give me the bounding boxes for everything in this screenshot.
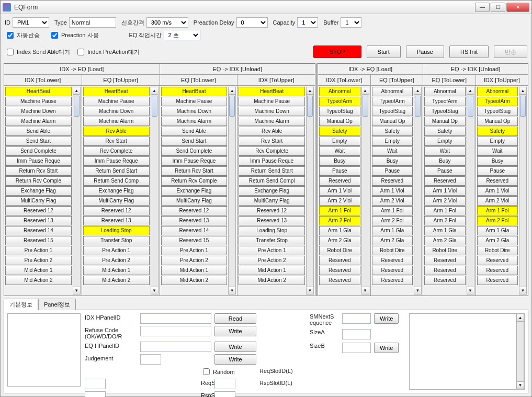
signal-button[interactable]: Pause [319, 166, 360, 176]
scroll-up-icon[interactable]: ▲ [73, 87, 80, 95]
signal-button[interactable]: Arm 1 Fol [319, 206, 360, 215]
signal-button[interactable]: Arm 1 Gla [319, 226, 360, 235]
signal-button[interactable]: Abnormal [319, 87, 360, 96]
signal-button[interactable]: Rcv Able [239, 127, 305, 136]
signal-button[interactable]: Send Start [5, 137, 72, 146]
signal-button[interactable]: Reserved 13 [161, 216, 228, 225]
signal-button[interactable]: Return Send Start [83, 166, 150, 176]
signal-button[interactable]: Reserved 13 [5, 216, 72, 225]
column-scrollbar[interactable]: ▲▼ [414, 87, 422, 294]
buffer-select[interactable]: 1 [341, 17, 361, 28]
signal-button[interactable]: Reserved [424, 256, 466, 265]
scroll-thumb[interactable] [363, 96, 368, 117]
signal-button[interactable]: Machine Pause [239, 97, 305, 106]
signal-button[interactable]: Pre Action 2 [5, 256, 72, 265]
signal-button[interactable]: Arm 1 Viol [477, 186, 518, 196]
column-scrollbar[interactable]: ▲▼ [306, 87, 314, 294]
signal-button[interactable]: Reserved [477, 266, 518, 275]
signal-button[interactable]: Busy [477, 156, 518, 166]
signal-button[interactable]: HeartBeat [161, 87, 228, 96]
auto-return-checkbox[interactable]: 자동반송 [5, 30, 40, 40]
minimize-button[interactable]: — [475, 3, 490, 12]
signal-button[interactable]: Rcv Able [83, 127, 150, 136]
signal-button[interactable]: Arm 2 Gla [372, 236, 413, 245]
signal-button[interactable]: Wait [477, 146, 518, 156]
signal-button[interactable]: Rcv Start [83, 137, 150, 146]
scroll-down-icon[interactable]: ▼ [517, 381, 524, 389]
signal-button[interactable]: Arm 2 Viol [424, 196, 466, 206]
random-checkbox[interactable]: Random [201, 367, 235, 377]
index-send-able-check[interactable] [7, 49, 14, 55]
signal-button[interactable]: Rcv Complete [83, 146, 150, 156]
signal-interval-select[interactable]: 300 m/s [146, 17, 188, 28]
signal-button[interactable]: Return Rcv Start [161, 166, 228, 176]
signal-button[interactable]: Pre Action 1 [83, 246, 150, 255]
signal-button[interactable]: Mid Action 2 [239, 276, 305, 285]
signal-button[interactable]: Abnormal [477, 87, 518, 96]
signal-button[interactable]: TypeofStag [372, 107, 413, 116]
preaction-use-check[interactable] [51, 32, 58, 39]
scroll-thumb[interactable] [74, 96, 80, 117]
scroll-up-icon[interactable]: ▲ [519, 87, 526, 95]
signal-button[interactable]: MultiCarry Flag [239, 196, 305, 206]
type-input[interactable] [69, 17, 116, 28]
signal-button[interactable]: Pre Action 2 [161, 256, 228, 265]
signal-button[interactable]: Mid Action 2 [83, 276, 150, 285]
column-scrollbar[interactable]: ▲▼ [151, 87, 159, 294]
signal-button[interactable]: Reserved [372, 176, 413, 186]
signal-button[interactable]: Arm 2 Fol [319, 216, 360, 225]
sizeb-input[interactable] [342, 343, 371, 353]
preaction-delay-select[interactable]: 0 [236, 17, 268, 28]
random-check[interactable] [203, 368, 210, 375]
signal-button[interactable]: Loading Stop [83, 226, 150, 235]
signal-button[interactable]: Machine Down [239, 107, 305, 116]
signal-button[interactable]: Rcv Start [239, 137, 305, 146]
scroll-thumb[interactable] [520, 96, 526, 117]
signal-button[interactable]: Send Complete [161, 146, 228, 156]
start-button[interactable]: Start [367, 46, 401, 58]
signal-button[interactable]: Manual Op [372, 117, 413, 126]
signal-button[interactable]: Arm 1 Fol [477, 206, 518, 215]
signal-button[interactable]: Machine Pause [161, 97, 228, 106]
signal-button[interactable]: Machine Alarm [5, 117, 72, 126]
signal-button[interactable]: Reserved [372, 266, 413, 275]
signal-button[interactable]: Pause [424, 166, 466, 176]
signal-button[interactable]: Pause [372, 166, 413, 176]
signal-button[interactable]: Reserved 13 [239, 216, 305, 225]
signal-button[interactable]: Reserved 12 [5, 206, 72, 215]
signal-button[interactable]: Reserved 12 [83, 206, 150, 215]
signal-button[interactable]: Pre Action 2 [239, 256, 305, 265]
write-button-4[interactable]: Write [374, 313, 399, 324]
tab-panel-info[interactable]: Panel정보 [38, 299, 76, 310]
signal-button[interactable]: Arm 2 Fol [477, 216, 518, 225]
signal-button[interactable]: Manual Op [424, 117, 466, 126]
signal-button[interactable]: HeartBeat [239, 87, 305, 96]
signal-button[interactable]: TypeofArm [319, 97, 360, 106]
signal-button[interactable]: Busy [372, 156, 413, 166]
scroll-down-icon[interactable]: ▼ [519, 287, 526, 294]
write-button-1[interactable]: Write [214, 326, 256, 336]
smnext-input[interactable] [342, 313, 371, 324]
signal-button[interactable]: Robot Dire [319, 246, 360, 255]
refuse-code-input[interactable] [140, 326, 211, 336]
signal-button[interactable]: Return Send Start [239, 166, 305, 176]
signal-button[interactable]: Machine Pause [83, 97, 150, 106]
signal-button[interactable]: Arm 2 Viol [477, 196, 518, 206]
write-button-2[interactable]: Write [214, 342, 256, 352]
scroll-up-icon[interactable]: ▲ [517, 314, 524, 322]
reqslot-u-input[interactable] [214, 379, 235, 389]
rspslot-l-input[interactable] [85, 391, 106, 397]
scroll-up-icon[interactable]: ▲ [362, 87, 369, 95]
signal-button[interactable]: Send Able [161, 127, 228, 136]
signal-button[interactable]: Robot Dire [424, 246, 466, 255]
signal-button[interactable]: Safety [372, 127, 413, 136]
signal-button[interactable]: TypeofStag [319, 107, 360, 116]
rspslot-u-input[interactable] [214, 391, 235, 397]
signal-button[interactable]: Robot Dire [477, 246, 518, 255]
signal-button[interactable]: Reserved [319, 256, 360, 265]
signal-button[interactable]: TypeofArm [424, 97, 466, 106]
signal-button[interactable]: Arm 1 Viol [424, 186, 466, 196]
stop-button[interactable]: STOP [313, 46, 361, 58]
signal-button[interactable]: Reserved [319, 176, 360, 186]
scroll-down-icon[interactable]: ▼ [229, 287, 235, 294]
